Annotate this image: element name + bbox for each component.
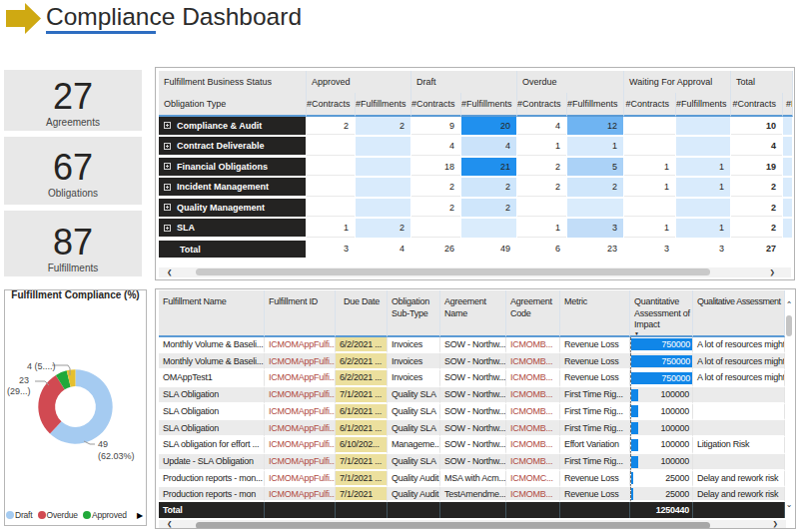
svg-text:4 (5....): 4 (5....) <box>27 361 56 371</box>
svg-text:(29...): (29...) <box>7 386 31 396</box>
svg-text:49: 49 <box>98 439 108 449</box>
svg-text:(62.03%): (62.03%) <box>98 451 135 461</box>
svg-text:23: 23 <box>19 375 29 385</box>
